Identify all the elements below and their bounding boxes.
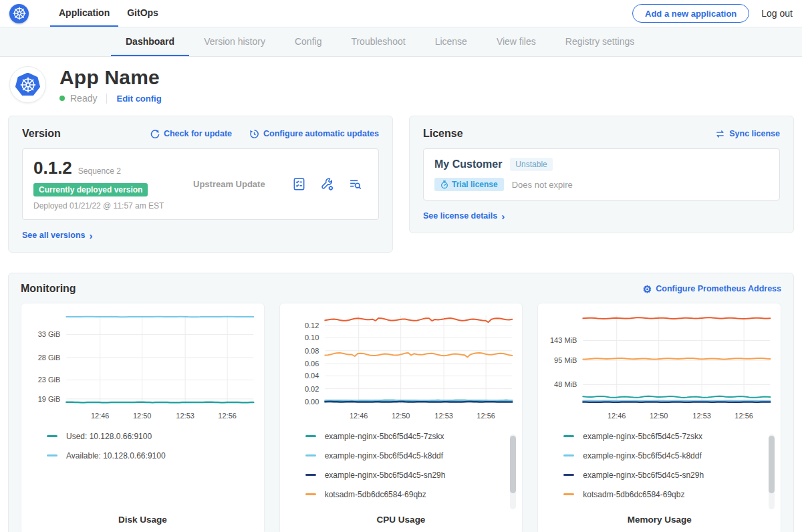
preflight-checks-icon[interactable] xyxy=(292,177,306,191)
version-card: Version Check for update Configure autom… xyxy=(8,116,393,253)
legend-label: Available: 10.128.0.66:9100 xyxy=(66,451,166,460)
svg-text:12:53: 12:53 xyxy=(434,412,453,420)
legend-color-dash xyxy=(47,454,57,456)
svg-text:12:46: 12:46 xyxy=(350,412,368,420)
svg-text:12:53: 12:53 xyxy=(176,412,194,420)
see-license-details-link[interactable]: See license details › xyxy=(423,211,505,221)
legend-label: example-nginx-5bc6f5d4c5-7zskx xyxy=(583,432,702,441)
kubernetes-logo-icon xyxy=(9,4,29,23)
legend-scrollbar-thumb[interactable] xyxy=(510,436,516,493)
page-title: App Name xyxy=(59,66,162,89)
legend-label: example-nginx-5bc6f5d4c5-k8ddf xyxy=(325,451,443,460)
legend-item: example-nginx-5bc6f5d4c5-k8ddf xyxy=(305,450,517,461)
svg-text:143 MiB: 143 MiB xyxy=(550,336,577,344)
svg-text:12:56: 12:56 xyxy=(735,412,754,420)
chart-title: Memory Usage xyxy=(543,515,775,525)
legend-item: example-nginx-5bc6f5d4c5-7zskx xyxy=(305,430,517,442)
edit-config-link[interactable]: Edit config xyxy=(116,94,161,104)
legend-color-dash xyxy=(305,435,316,437)
svg-text:12:50: 12:50 xyxy=(392,412,410,420)
svg-text:33 GiB: 33 GiB xyxy=(38,330,61,338)
svg-text:0.06: 0.06 xyxy=(305,360,319,368)
check-for-update-link[interactable]: Check for update xyxy=(150,129,232,139)
legend-item: Used: 10.128.0.66:9100 xyxy=(47,430,259,442)
app-header: App Name Ready Edit config xyxy=(0,57,802,109)
tab-license[interactable]: License xyxy=(420,27,482,56)
configure-prometheus-link[interactable]: ⚙ Configure Prometheus Address xyxy=(643,284,781,294)
svg-text:0.00: 0.00 xyxy=(305,398,319,406)
legend-item: example-nginx-5bc6f5d4c5-sn29h xyxy=(563,469,775,481)
version-card-title: Version xyxy=(22,128,61,140)
tab-dashboard[interactable]: Dashboard xyxy=(111,27,189,56)
refresh-icon xyxy=(150,129,160,139)
version-number: 0.1.2 xyxy=(33,158,72,178)
stopwatch-icon xyxy=(440,180,448,189)
legend-color-dash xyxy=(563,435,574,437)
channel-badge: Unstable xyxy=(510,158,552,171)
kubernetes-heptagon-icon xyxy=(15,73,41,97)
legend-color-dash xyxy=(563,493,574,495)
legend-color-dash xyxy=(305,474,316,476)
svg-text:28 GiB: 28 GiB xyxy=(38,354,61,362)
version-sequence: Sequence 2 xyxy=(78,166,121,176)
svg-text:19 GiB: 19 GiB xyxy=(38,395,61,403)
legend-item: example-nginx-5bc6f5d4c5-7zskx xyxy=(563,430,775,442)
legend-label: Used: 10.128.0.66:9100 xyxy=(66,432,152,441)
svg-text:12:53: 12:53 xyxy=(693,412,712,420)
svg-text:12:56: 12:56 xyxy=(477,412,495,420)
config-wrench-icon[interactable] xyxy=(320,177,334,191)
tab-registry-settings[interactable]: Registry settings xyxy=(551,27,649,56)
svg-text:12:56: 12:56 xyxy=(218,412,237,420)
legend-label: example-nginx-5bc6f5d4c5-k8ddf xyxy=(583,451,701,460)
memory-usage-chart-card: 143 MiB95 MiB48 MiB12:4612:5012:5312:56 … xyxy=(537,303,781,532)
tab-config[interactable]: Config xyxy=(280,27,336,56)
status-badge: Ready xyxy=(70,93,97,104)
legend-scrollbar[interactable] xyxy=(769,434,775,509)
monitoring-section: Monitoring ⚙ Configure Prometheus Addres… xyxy=(8,273,794,532)
gear-icon: ⚙ xyxy=(643,284,652,294)
legend-color-dash xyxy=(563,454,574,456)
svg-text:0.04: 0.04 xyxy=(305,372,319,380)
auto-update-clock-icon xyxy=(249,129,259,139)
svg-text:0.08: 0.08 xyxy=(305,347,319,355)
svg-text:0.02: 0.02 xyxy=(305,385,319,393)
trial-license-badge: Trial license xyxy=(434,178,504,191)
license-box: My Customer Unstable Trial license Does … xyxy=(423,148,780,201)
legend-item: kotsadm-5db6dc6584-69qbz xyxy=(563,489,775,500)
svg-text:95 MiB: 95 MiB xyxy=(554,356,577,364)
svg-text:12:50: 12:50 xyxy=(133,412,152,420)
version-source-label: Upstream Update xyxy=(193,179,265,189)
status-dot-icon xyxy=(59,96,65,101)
disk-usage-plot: 33 GiB28 GiB23 GiB19 GiB12:4612:5012:531… xyxy=(27,310,259,425)
chevron-right-icon: › xyxy=(501,211,505,221)
app-logo xyxy=(9,66,46,103)
legend-scrollbar-thumb[interactable] xyxy=(769,436,775,493)
top-tab-application[interactable]: Application xyxy=(50,0,118,27)
chevron-right-icon: › xyxy=(90,231,93,241)
legend-item: Available: 10.128.0.66:9100 xyxy=(47,450,259,461)
add-new-application-button[interactable]: Add a new application xyxy=(632,4,749,23)
legend-label: example-nginx-5bc6f5d4c5-sn29h xyxy=(583,471,704,480)
deployed-timestamp: Deployed 01/21/22 @ 11:57 am EST xyxy=(33,201,184,211)
sync-license-link[interactable]: Sync license xyxy=(715,129,780,139)
tab-troubleshoot[interactable]: Troubleshoot xyxy=(336,27,420,56)
chart-legend: Used: 10.128.0.66:9100Available: 10.128.… xyxy=(47,430,259,515)
chart-legend: example-nginx-5bc6f5d4c5-7zskxexample-ng… xyxy=(563,430,775,515)
see-all-versions-link[interactable]: See all versions › xyxy=(22,231,93,241)
legend-color-dash xyxy=(563,474,574,476)
tab-version-history[interactable]: Version history xyxy=(189,27,280,56)
svg-text:12:46: 12:46 xyxy=(608,412,626,420)
svg-text:48 MiB: 48 MiB xyxy=(554,380,577,388)
legend-item: example-nginx-5bc6f5d4c5-sn29h xyxy=(305,469,517,481)
tab-view-files[interactable]: View files xyxy=(482,27,551,56)
logout-button[interactable]: Log out xyxy=(761,8,793,19)
configure-automatic-updates-link[interactable]: Configure automatic updates xyxy=(249,129,379,139)
legend-label: example-nginx-5bc6f5d4c5-7zskx xyxy=(325,432,444,441)
top-tab-gitops[interactable]: GitOps xyxy=(118,0,167,27)
view-logs-icon[interactable] xyxy=(348,177,362,191)
divider xyxy=(106,94,107,104)
sync-arrows-icon xyxy=(715,129,725,139)
brand-logo[interactable] xyxy=(9,0,29,27)
license-expiry: Does not expire xyxy=(512,180,573,190)
legend-scrollbar[interactable] xyxy=(510,434,516,509)
